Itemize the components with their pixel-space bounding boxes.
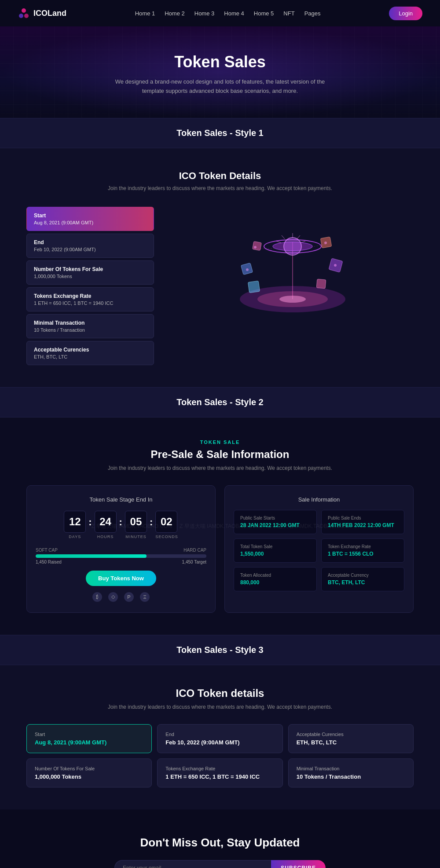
paypal-icon: P (124, 592, 134, 602)
nav-home4[interactable]: Home 4 (224, 10, 244, 17)
style3-card-3: Number Of Tokens For Sale1,000,000 Token… (26, 758, 152, 787)
style3-ico-subtitle: Join the industry leaders to discuss whe… (26, 703, 414, 711)
sale-info-item-0: Public Sale Starts28 JAN 2022 12:00 GMT (234, 510, 317, 534)
si-label-1: Public Sale Ends (328, 516, 398, 520)
newsletter-section: Don't Miss Out, Stay Updated SUBSCRIBE D… (0, 809, 440, 868)
nav-nft[interactable]: NFT (283, 10, 294, 17)
svg-point-21 (254, 246, 257, 249)
bitcoin-icon: ₿ (92, 592, 102, 602)
card-value-0: Aug 8, 2021 (9:00AM GMT) (34, 220, 147, 225)
buy-tokens-button[interactable]: Buy Tokens Now (86, 571, 156, 586)
card-value-1: Feb 10, 2022 (9:00AM GMT) (34, 247, 147, 252)
svg-line-14 (276, 241, 281, 243)
email-input[interactable] (114, 860, 271, 868)
cap-fill (36, 554, 147, 558)
seconds-label: SECONDS (155, 535, 178, 539)
si-value-3: 1 BTC = 1556 CLO (328, 551, 398, 557)
nav-home5[interactable]: Home 5 (254, 10, 274, 17)
diamond-icon: ◇ (108, 592, 118, 602)
s3-label-0: Start (35, 732, 143, 737)
svg-rect-20 (248, 281, 260, 293)
si-value-4: 880,000 (240, 579, 310, 586)
countdown-timer: 12 DAYS : 24 HOURS : 05 MINUTES : 02 SEC… (36, 511, 206, 539)
nav-pages[interactable]: Pages (304, 10, 321, 17)
style3-card-4: Tokens Exchange Rate1 ETH = 650 ICC, 1 B… (157, 758, 282, 787)
crypto-icon: Ξ (140, 592, 150, 602)
subscribe-button[interactable]: SUBSCRIBE (271, 860, 326, 868)
nav-home2[interactable]: Home 2 (165, 10, 185, 17)
sale-info-item-2: Total Token Sale1,550,000 (234, 538, 317, 563)
minutes-number: 05 (125, 511, 147, 533)
style1-cards: StartAug 8, 2021 (9:00AM GMT)EndFeb 10, … (26, 207, 154, 365)
cap-labels: SOFT CAP HARD CAP (36, 548, 206, 553)
sep1: : (88, 516, 92, 533)
si-label-2: Total Token Sale (240, 544, 310, 549)
countdown-box: Token Sale Stage End In 12 DAYS : 24 HOU… (26, 485, 216, 613)
sale-info-box: Sale Information Public Sale Starts28 JA… (224, 485, 414, 613)
nav-links: Home 1 Home 2 Home 3 Home 4 Home 5 NFT P… (135, 10, 321, 17)
payment-icons: ₿ ◇ P Ξ (36, 592, 206, 602)
timer-minutes: 05 MINUTES (125, 511, 147, 539)
card-value-5: ETH, BTC, LTC (34, 354, 147, 359)
sale-info-item-5: Acceptable CurrencyBTC, ETH, LTC (321, 567, 404, 591)
nav-home3[interactable]: Home 3 (194, 10, 215, 17)
sale-info-grid: Public Sale Starts28 JAN 2022 12:00 GMTP… (234, 510, 404, 591)
sale-info-item-4: Token Allocated880,000 (234, 567, 317, 591)
s3-label-4: Tokens Exchange Rate (165, 766, 274, 771)
sep3: : (150, 516, 153, 533)
style2-ico-title: Pre-Sale & Sale Information (26, 448, 414, 461)
nav-home1[interactable]: Home 1 (135, 10, 155, 17)
si-label-5: Acceptable Currency (328, 573, 398, 578)
newsletter-title: Don't Miss Out, Stay Updated (18, 836, 422, 850)
style3-card-5: Minimal Transaction10 Tokens / Transacti… (288, 758, 414, 787)
cap-progress-bar (36, 554, 206, 558)
timer-hours: 24 HOURS (95, 511, 117, 539)
style3-grid: StartAug 8, 2021 (9:00AM GMT)EndFeb 10, … (26, 724, 414, 787)
si-label-0: Public Sale Starts (240, 516, 310, 520)
s3-value-3: 1,000,000 Tokens (35, 773, 143, 780)
s3-label-2: Acceptable Curencies (297, 732, 405, 737)
svg-rect-19 (316, 279, 326, 289)
si-label-4: Token Allocated (240, 573, 310, 578)
s3-label-1: End (165, 732, 274, 737)
hero-title: Token Sales (18, 53, 422, 71)
logo[interactable]: ICOLand (18, 7, 66, 19)
si-value-1: 14TH FEB 2022 12:00 GMT (328, 522, 398, 528)
svg-point-0 (22, 8, 26, 13)
svg-rect-16 (253, 241, 262, 250)
card-value-3: 1 ETH = 650 ICC, 1 BTC = 1940 ICC (34, 300, 147, 306)
raised-amount: 1,450 Raised (36, 560, 62, 564)
si-value-0: 28 JAN 2022 12:00 GMT (240, 522, 310, 528)
style1-card-1: EndFeb 10, 2022 (9:00AM GMT) (26, 234, 154, 258)
seconds-number: 02 (155, 511, 177, 533)
card-label-1: End (34, 239, 147, 245)
card-label-3: Tokens Exchange Rate (34, 293, 147, 299)
sale-info-title: Sale Information (234, 496, 404, 503)
style2-grid: Token Sale Stage End In 12 DAYS : 24 HOU… (26, 485, 414, 613)
style1-card-2: Number Of Tokens For Sale1,000,000 Token… (26, 260, 154, 285)
sale-info-item-3: Token Exchange Rate1 BTC = 1556 CLO (321, 538, 404, 563)
card-value-2: 1,000,000 Tokens (34, 274, 147, 279)
card-label-4: Minimal Transaction (34, 320, 147, 326)
si-label-3: Token Exchange Rate (328, 544, 398, 549)
s3-value-4: 1 ETH = 650 ICC, 1 BTC = 1940 ICC (165, 773, 274, 780)
card-label-2: Number Of Tokens For Sale (34, 266, 147, 272)
cap-amounts: 1,450 Raised 1,450 Target (36, 560, 206, 564)
s3-value-5: 10 Tokens / Transaction (297, 773, 405, 780)
login-button[interactable]: Login (389, 7, 422, 20)
countdown-title: Token Sale Stage End In (36, 496, 206, 503)
hours-label: HOURS (95, 535, 117, 539)
style2-section: Z 早道大喵 IAMDK.TAOBAO.COM Z 早道大喵 IAMDK.TAO… (0, 418, 440, 635)
card-value-4: 10 Tokens / Transaction (34, 327, 147, 333)
s3-value-0: Aug 8, 2021 (9:00AM GMT) (35, 739, 143, 746)
style1-label: Token Sales - Style 1 (0, 118, 440, 148)
card-label-5: Acceptable Curencies (34, 347, 147, 353)
style3-card-2: Acceptable CurenciesETH, BTC, LTC (288, 724, 414, 753)
svg-point-24 (334, 264, 337, 267)
token-3d-visual (229, 207, 356, 321)
sep2: : (119, 516, 122, 533)
soft-cap-label: SOFT CAP (36, 548, 58, 553)
token-sale-tag: TOKEN SALE (26, 439, 414, 445)
nav-right: Login (389, 7, 422, 20)
minutes-label: MINUTES (125, 535, 147, 539)
